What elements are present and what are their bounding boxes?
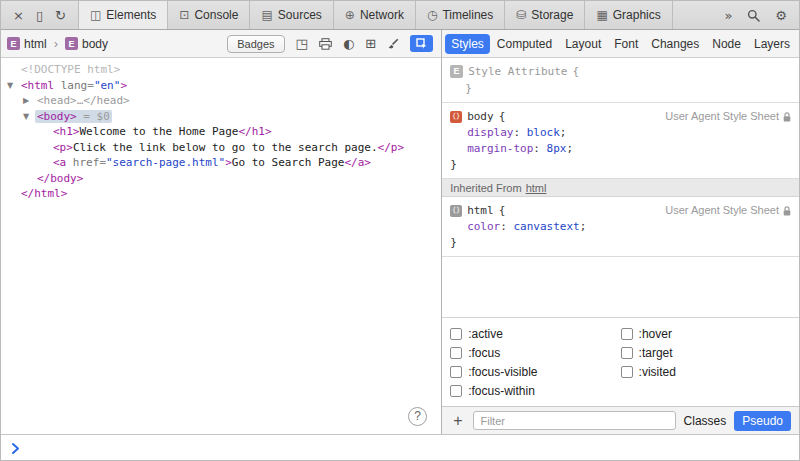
gear-icon[interactable]: ⚙ [775,9,787,22]
filter-input[interactable] [473,411,675,430]
overflow-icon[interactable]: » [724,9,732,22]
classes-button[interactable]: Classes [684,414,727,428]
print-icon[interactable] [319,38,332,50]
disclosure-down-icon[interactable]: ▼ [7,78,19,94]
help-button[interactable]: ? [408,407,427,426]
pseudo-checkbox-active[interactable] [450,328,462,340]
styles-tab-computed[interactable]: Computed [491,34,558,54]
breadcrumb-item-html[interactable]: Ehtml [7,37,47,51]
dom-node-text: <body> = $0 [35,110,112,123]
network-icon: ⊕ [345,8,355,22]
pseudo-checkbox-focus[interactable] [450,347,462,359]
dom-node-text: </html> [19,187,69,200]
contrast-icon[interactable]: ◐ [343,36,354,51]
dom-tree-line[interactable]: </html> [1,186,441,202]
pseudo-checkbox-target[interactable] [621,347,633,359]
element-badge: E [65,37,78,50]
paint-flashing-icon[interactable] [387,38,399,50]
styles-tab-node[interactable]: Node [706,34,747,54]
css-property[interactable]: margin-top: 8px; [450,141,791,156]
styles-tab-font[interactable]: Font [608,34,644,54]
elements-toolbar: Ehtml›Ebody Badges ◳ ◐ ⊞ [1,30,441,58]
tab-label: Sources [278,8,322,22]
main-toolbar: × ▯ ↻ ◫Elements⊡Console▤Sources⊕Network◷… [1,1,799,30]
breadcrumb-item-body[interactable]: Ebody [65,37,108,51]
dom-tree-line[interactable]: ▼<body> = $0 [1,109,441,125]
dom-tree-line[interactable]: ▶<head>…</head> [1,93,441,109]
layout-badges-icon[interactable]: ◳ [296,36,308,51]
tab-sources[interactable]: ▤Sources [249,1,332,29]
css-properties: display: block;margin-top: 8px; [450,125,791,156]
elements-panel: Ehtml›Ebody Badges ◳ ◐ ⊞ ? <!DOCTYPE htm… [1,30,442,434]
disclosure-right-icon[interactable]: ▶ [23,93,35,109]
pseudo-class-label: :focus-visible [468,365,537,379]
stylesheet-origin: User Agent Style Sheet [665,203,791,218]
tab-label: Elements [106,8,156,22]
element-picker-button[interactable] [410,35,433,52]
styles-tab-changes[interactable]: Changes [645,34,705,54]
open-brace: { [499,203,506,218]
lock-icon [783,112,791,122]
dom-tree-line[interactable]: </body> [1,171,441,187]
inspect-target-icon [416,38,427,49]
tab-console[interactable]: ⊡Console [167,1,249,29]
pseudo-class-row-focus: :focus [450,343,620,362]
tab-network[interactable]: ⊕Network [333,1,415,29]
grid-overlay-icon[interactable]: ⊞ [365,36,376,51]
pseudo-class-row-target: :target [621,343,791,362]
dom-node-text: </body> [35,172,85,185]
dom-tree-line[interactable]: ▼<html lang="en"> [1,78,441,94]
pseudo-checkbox-visited[interactable] [621,366,633,378]
css-property[interactable]: color: canvastext; [450,219,791,234]
close-icon[interactable]: × [13,9,24,22]
pseudo-class-label: :focus-within [468,384,535,398]
css-property[interactable]: display: block; [450,125,791,140]
toolbar-tabs: ◫Elements⊡Console▤Sources⊕Network◷Timeli… [78,1,673,29]
style-attribute-section: E Style Attribute { } [442,58,799,103]
pseudo-button[interactable]: Pseudo [734,411,791,431]
pseudo-class-row-visited: :visited [621,362,791,381]
add-rule-button[interactable]: + [450,413,465,429]
css-property-name: color [467,220,500,233]
badges-button[interactable]: Badges [227,35,284,53]
styles-tab-styles[interactable]: Styles [445,34,490,54]
graphics-icon: ▦ [596,8,607,22]
stylesheet-rule-icon: {} [450,111,462,123]
console-prompt-bar [1,434,799,461]
pseudo-checkbox-hover[interactable] [621,328,633,340]
dom-tree-line[interactable]: <h1>Welcome to the Home Page</h1> [1,124,441,140]
tab-label: Network [360,8,404,22]
inherited-node-link[interactable]: html [526,182,547,194]
reload-icon[interactable]: ↻ [55,9,66,22]
css-selector[interactable]: html [467,203,494,218]
pseudo-checkbox-focus-visible[interactable] [450,366,462,378]
dom-tree-line[interactable]: <!DOCTYPE html> [1,62,441,78]
tab-label: Console [194,8,238,22]
breadcrumb: Ehtml›Ebody [7,36,108,51]
tab-label: Timelines [442,8,493,22]
css-properties: color: canvastext; [450,219,791,234]
pseudo-checkbox-focus-within[interactable] [450,385,462,397]
tab-label: Graphics [613,8,661,22]
console-expand-button[interactable] [11,442,20,455]
search-icon[interactable] [747,9,760,22]
tab-elements[interactable]: ◫Elements [78,1,167,29]
styles-tab-layout[interactable]: Layout [559,34,607,54]
device-icon[interactable]: ▯ [36,9,43,22]
pseudo-class-row-active: :active [450,324,620,343]
pseudo-class-row-hover: :hover [621,324,791,343]
pseudo-class-row-focus-within: :focus-within [450,381,620,400]
dom-node-text: <head>…</head> [35,94,132,107]
dom-tree-line[interactable]: <a href="search-page.html">Go to Search … [1,155,441,171]
open-brace: { [499,109,506,124]
dom-tree-line[interactable]: <p>Click the link below to go to the sea… [1,140,441,156]
tab-timelines[interactable]: ◷Timelines [415,1,504,29]
css-selector[interactable]: body [467,109,494,124]
tab-graphics[interactable]: ▦Graphics [584,1,672,29]
dom-tree: ? <!DOCTYPE html>▼<html lang="en">▶<head… [1,58,441,434]
disclosure-down-icon[interactable]: ▼ [23,109,35,125]
tab-storage[interactable]: ⛁Storage [504,1,584,29]
styles-tab-layers[interactable]: Layers [748,34,796,54]
pseudo-col-right: :hover:target:visited [621,324,791,400]
styles-sidebar: StylesComputedLayoutFontChangesNodeLayer… [442,30,799,434]
